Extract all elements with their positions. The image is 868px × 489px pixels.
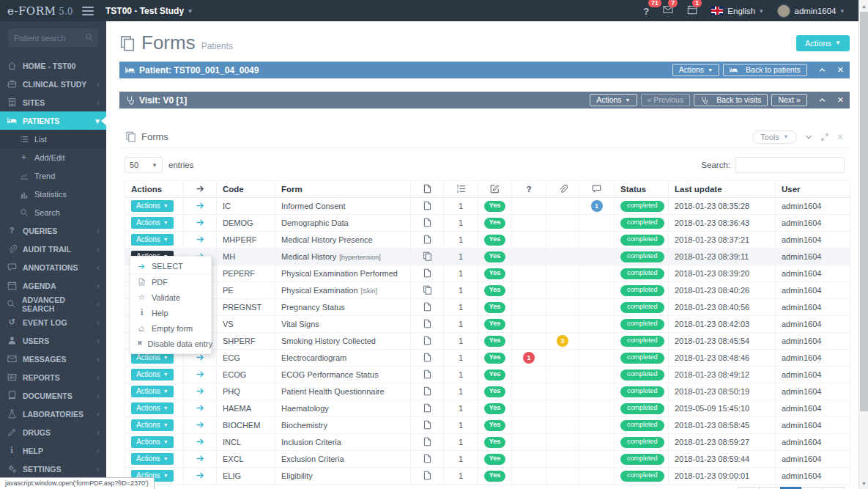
search-label: Search:	[701, 161, 730, 169]
comment-count-badge[interactable]: 1	[591, 200, 603, 212]
sidebar-item-messages[interactable]: MESSAGES‹	[0, 350, 106, 368]
sidebar-item-home-tst00[interactable]: HOME - TST00	[0, 56, 106, 75]
pages-column[interactable]	[411, 181, 444, 198]
back-to-patients-button[interactable]: Back to patients	[723, 64, 807, 76]
sidebar-item-settings[interactable]: SETTINGS‹	[0, 460, 106, 478]
close-icon[interactable]: ✕	[837, 65, 844, 75]
dropdown-item-pdf[interactable]: PDF	[130, 274, 211, 290]
open-form-arrow-icon[interactable]	[196, 235, 205, 244]
row-actions-button[interactable]: Actions▼	[131, 234, 174, 246]
queries-column[interactable]: ?	[512, 181, 546, 198]
attachment-count-badge[interactable]: 3	[557, 335, 568, 347]
query-count-badge[interactable]: 1	[523, 352, 535, 364]
row-actions-button[interactable]: Actions▼	[131, 369, 174, 380]
page-actions-button[interactable]: Actions▼	[796, 35, 850, 51]
sidebar-item-label: ANNOTATIONS	[23, 263, 78, 272]
table-search-input[interactable]	[735, 157, 845, 173]
sidebar-subitem-statistics[interactable]: Statistics	[0, 185, 106, 203]
open-form-arrow-icon[interactable]	[196, 201, 205, 210]
search-icon[interactable]	[85, 33, 94, 42]
sidebar-item-label: SETTINGS	[23, 465, 62, 474]
goto-column[interactable]	[184, 181, 217, 198]
sidebar-toggle-icon[interactable]	[82, 7, 94, 15]
sidebar-subitem-trend[interactable]: Trend	[0, 166, 106, 185]
open-form-arrow-icon[interactable]	[196, 420, 205, 430]
close-portlet-icon[interactable]: ✕	[837, 132, 844, 142]
file-icon	[423, 353, 432, 362]
app-logo[interactable]: e-FORM 5.0	[0, 4, 82, 18]
open-form-arrow-icon[interactable]	[196, 369, 205, 379]
collapse-icon[interactable]	[818, 66, 826, 74]
sidebar-item-drugs[interactable]: DRUGS‹	[0, 423, 106, 441]
open-form-arrow-icon[interactable]	[196, 437, 205, 446]
row-actions-button[interactable]: Actions▼	[131, 402, 174, 414]
row-actions-button[interactable]: Actions▼	[131, 419, 174, 431]
sidebar-item-queries[interactable]: ?QUERIES‹	[0, 221, 106, 240]
sidebar-item-label: USERS	[23, 337, 49, 345]
agenda-button[interactable]: 1	[687, 4, 697, 18]
sidebar-item-documents[interactable]: DOCUMENTS‹	[0, 386, 106, 405]
study-selector[interactable]: TST00 - Test Study ▾	[105, 6, 192, 16]
open-form-arrow-icon[interactable]	[196, 454, 205, 463]
open-form-arrow-icon[interactable]	[196, 218, 205, 227]
sidebar-item-clinical-study[interactable]: CLINICAL STUDY‹	[0, 75, 106, 93]
dropdown-item-validate[interactable]: ☆Validate	[130, 290, 211, 305]
sidebar-item-reports[interactable]: REPORTS‹	[0, 368, 106, 386]
user-menu[interactable]: admin1604 ▾	[777, 4, 844, 18]
sidebar-item-laboratories[interactable]: LABORATORIES‹	[0, 405, 106, 423]
sidebar-item-users[interactable]: USERS‹	[0, 331, 106, 350]
row-actions-button[interactable]: Actions▼	[131, 386, 174, 397]
dropdown-item-disable-data-entry[interactable]: ✖Disable data entry	[130, 336, 211, 351]
sidebar-item-audit-trail[interactable]: AUDIT TRAIL‹	[0, 240, 106, 258]
row-actions-button[interactable]: Actions▼	[131, 453, 174, 465]
open-form-arrow-icon[interactable]	[196, 403, 205, 413]
col-actions[interactable]: Actions	[125, 181, 184, 198]
dropdown-item-select[interactable]: SELECT	[130, 259, 211, 274]
page-size-select[interactable]: 50▼	[125, 157, 163, 173]
open-form-arrow-icon[interactable]	[196, 386, 205, 396]
scrollbar-down-arrow[interactable]: ▼	[859, 478, 868, 488]
col-user[interactable]: User	[776, 181, 850, 198]
previous-visit-button[interactable]: « Previous	[641, 94, 691, 106]
entries-column[interactable]	[444, 181, 478, 198]
sidebar-item-agenda[interactable]: AGENDA‹	[0, 276, 106, 295]
col-code[interactable]: Code	[217, 181, 275, 198]
language-selector[interactable]: English ▾	[711, 7, 763, 15]
data-entry-cell: Yes	[478, 451, 512, 468]
attachments-column[interactable]	[546, 181, 579, 198]
sidebar-item-help[interactable]: iHELP‹	[0, 441, 106, 460]
sidebar-item-event-log[interactable]: ↺EVENT LOG‹	[0, 313, 106, 331]
patient-actions-button[interactable]: Actions▼	[672, 64, 719, 76]
col-last-update[interactable]: Last update	[669, 181, 776, 198]
sidebar-subitem-add-edit[interactable]: +Add/Edit	[0, 148, 106, 166]
comments-column[interactable]	[579, 181, 615, 198]
dropdown-item-help[interactable]: iHelp	[130, 305, 211, 320]
row-actions-button[interactable]: Actions▼	[131, 436, 174, 448]
help-queries-button[interactable]: 71 ?	[643, 4, 649, 18]
tools-button[interactable]: Tools▼	[752, 130, 797, 144]
next-visit-button[interactable]: Next »	[771, 94, 806, 106]
scrollbar-thumb[interactable]	[860, 12, 868, 411]
sidebar-item-patients[interactable]: PATIENTS▾	[0, 111, 106, 130]
scrollbar-up-arrow[interactable]: ▲	[859, 1, 868, 11]
collapse-icon[interactable]	[818, 96, 826, 104]
sidebar-item-annotations[interactable]: ANNOTATIONS‹	[0, 258, 106, 276]
fullscreen-icon[interactable]	[820, 133, 829, 141]
row-actions-button[interactable]: Actions▼	[131, 200, 174, 212]
open-form-arrow-icon[interactable]	[196, 471, 205, 480]
data-entry-column[interactable]	[478, 181, 512, 198]
back-to-visits-button[interactable]: Back to visits	[694, 94, 768, 106]
col-status[interactable]: Status	[615, 181, 669, 198]
close-icon[interactable]: ✕	[837, 95, 844, 105]
sidebar-subitem-search[interactable]: Search	[0, 203, 106, 221]
sidebar-subitem-list[interactable]: List	[0, 130, 106, 148]
page-scrollbar[interactable]: ▲ ▼	[858, 0, 868, 489]
col-form[interactable]: Form	[275, 181, 411, 198]
visit-actions-button[interactable]: Actions▼	[590, 94, 637, 106]
sidebar-item-advanced-search[interactable]: ADVANCED SEARCH‹	[0, 295, 106, 313]
dropdown-item-empty-form[interactable]: Empty form	[130, 320, 211, 336]
row-actions-button[interactable]: Actions▼	[131, 217, 174, 229]
sidebar-item-sites[interactable]: SITES‹	[0, 93, 106, 111]
messages-button[interactable]: 7	[663, 4, 673, 18]
collapse-portlet-icon[interactable]	[804, 133, 813, 141]
